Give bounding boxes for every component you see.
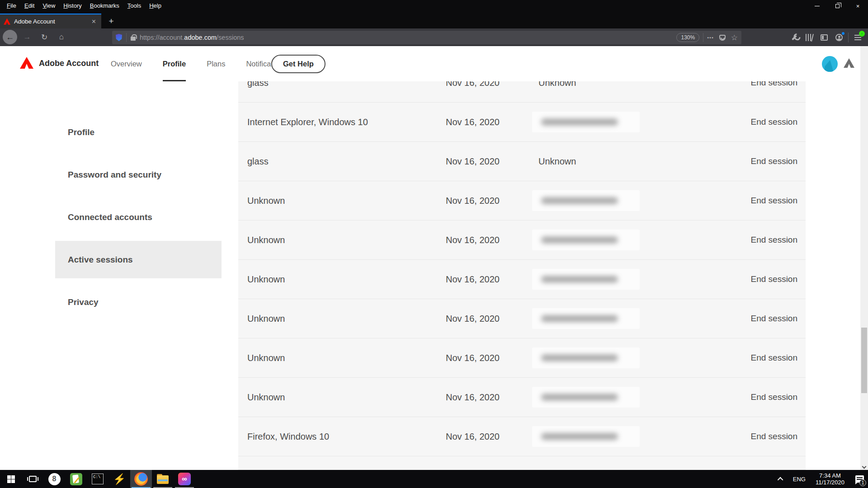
session-row: glass Nov 16, 2020 Unknown End session	[238, 142, 806, 181]
https-lock-icon[interactable]	[131, 37, 136, 41]
sidebar-item[interactable]: Privacy	[55, 283, 222, 321]
file-explorer-button[interactable]	[152, 470, 174, 488]
pocket-icon[interactable]	[719, 35, 726, 41]
tab-adobe-account[interactable]: Adobe Account ×	[0, 14, 101, 28]
library-button[interactable]	[802, 31, 816, 44]
url-prefix: https://account.	[140, 34, 184, 41]
restore-icon	[835, 4, 840, 8]
new-tab-button[interactable]: +	[105, 15, 118, 27]
scrollbar-down-arrow-icon[interactable]	[862, 465, 867, 469]
start-button[interactable]	[0, 470, 22, 488]
end-session-link[interactable]: End session	[750, 156, 797, 166]
user-avatar[interactable]	[822, 56, 838, 72]
winamp-button[interactable]: ⚡	[108, 470, 130, 488]
sidebar-item[interactable]: Password and security	[55, 156, 222, 193]
menu-item[interactable]: History	[59, 0, 85, 12]
tab-close-icon[interactable]: ×	[90, 18, 98, 26]
app-menu-button[interactable]: ↑	[850, 31, 865, 44]
session-device: Unknown	[247, 314, 285, 324]
end-session-link[interactable]: End session	[750, 274, 797, 284]
menu-item[interactable]: Help	[145, 0, 165, 12]
end-session-link[interactable]: End session	[750, 314, 797, 324]
tracking-protection-shield-icon[interactable]	[116, 34, 122, 41]
page-scrollbar[interactable]	[860, 46, 868, 470]
winamp-lightning-icon: ⚡	[113, 474, 126, 484]
menu-item[interactable]: Edit	[20, 0, 38, 12]
adobe-logo-icon[interactable]	[20, 57, 33, 69]
url-text[interactable]: https://account.adobe.com/sessions	[140, 34, 676, 41]
menu-item[interactable]: Bookmarks	[86, 0, 123, 12]
session-date: Nov 16, 2020	[446, 432, 500, 442]
session-row: Unknown Nov 16, 2020 End session	[238, 260, 806, 299]
menu-list: FileEditViewHistoryBookmarksToolsHelp	[3, 0, 165, 12]
command-prompt-icon: C:\	[92, 474, 104, 484]
page-actions-icon[interactable]: •••	[707, 35, 714, 40]
forward-button[interactable]: →	[20, 30, 34, 44]
end-session-link[interactable]: End session	[750, 196, 797, 206]
minimize-button[interactable]	[807, 0, 827, 12]
firefox-account-button[interactable]	[831, 31, 846, 44]
end-session-link[interactable]: End session	[750, 392, 797, 402]
get-help-button[interactable]: Get Help	[271, 55, 326, 73]
app-eight-button[interactable]: 8	[43, 470, 65, 488]
session-device: Internet Explorer, Windows 10	[247, 117, 368, 127]
session-date: Nov 16, 2020	[446, 353, 500, 363]
partial-session-row	[238, 456, 806, 470]
page-content: ProfilePassword and securityConnected ac…	[0, 81, 868, 470]
notepad-plus-plus-icon	[70, 473, 82, 485]
adobe-nav-item[interactable]: Plans	[196, 46, 236, 81]
notification-count-badge: 1	[859, 479, 866, 486]
menu-item[interactable]: View	[38, 0, 59, 12]
end-session-link[interactable]: End session	[750, 432, 797, 441]
hidden-icons-chevron-icon[interactable]	[777, 477, 783, 483]
session-date: Nov 16, 2020	[446, 81, 500, 88]
screen: FileEditViewHistoryBookmarksToolsHelp × …	[0, 0, 868, 488]
menu-item[interactable]: Tools	[123, 0, 145, 12]
minimize-icon	[815, 6, 820, 6]
sidebars-button[interactable]	[816, 31, 831, 44]
session-device: Unknown	[247, 274, 285, 285]
creative-cloud-button[interactable]: ∞	[174, 470, 195, 488]
end-session-link[interactable]: End session	[750, 353, 797, 363]
close-button[interactable]: ×	[848, 0, 868, 12]
session-row: Unknown Nov 16, 2020 End session	[238, 299, 806, 338]
action-center-button[interactable]: 1	[852, 470, 867, 488]
bookmark-star-icon[interactable]: ☆	[731, 33, 738, 42]
task-view-button[interactable]	[22, 470, 43, 488]
session-date: Nov 16, 2020	[446, 314, 500, 324]
home-button[interactable]: ⌂	[54, 30, 69, 44]
brand-title: Adobe Account	[39, 59, 99, 68]
command-prompt-button[interactable]: C:\	[87, 470, 108, 488]
firefox-taskbar-button[interactable]	[130, 470, 152, 488]
reload-button[interactable]: ↻	[37, 30, 52, 44]
scrollbar-thumb[interactable]	[861, 328, 867, 393]
adobe-favicon-icon	[4, 19, 10, 25]
session-date: Nov 16, 2020	[446, 392, 500, 403]
taskbar-clock[interactable]: 7:34 AM 11/17/2020	[816, 472, 844, 486]
end-session-link[interactable]: End session	[750, 235, 797, 245]
sidebar-item[interactable]: Profile	[55, 113, 222, 151]
folder-accent	[158, 479, 168, 481]
adobe-grey-mark-icon	[844, 58, 854, 68]
restore-button[interactable]	[827, 0, 848, 12]
zoom-level-badge[interactable]: 130%	[676, 33, 699, 42]
adobe-nav-item[interactable]: Profile	[152, 46, 196, 81]
menu-item[interactable]: File	[3, 0, 20, 12]
clock-date: 11/17/2020	[816, 479, 844, 486]
wrench-button[interactable]	[787, 31, 802, 44]
adobe-nav-item[interactable]: Overview	[100, 46, 152, 81]
sidebar-item[interactable]: Connected accounts	[55, 198, 222, 236]
settings-sidebar: ProfilePassword and securityConnected ac…	[55, 113, 222, 326]
language-indicator[interactable]: ENG	[793, 476, 806, 483]
url-bar[interactable]: https://account.adobe.com/sessions 130% …	[112, 31, 741, 44]
notepad-plus-plus-button[interactable]	[65, 470, 87, 488]
end-session-link[interactable]: End session	[750, 117, 797, 127]
windows-taskbar: 8 C:\ ⚡ ∞ ENG 7:34 AM 11/17/2020 1	[0, 470, 868, 488]
end-session-link[interactable]: End session	[750, 81, 797, 88]
file-explorer-icon	[157, 475, 169, 484]
back-button[interactable]: ←	[3, 30, 17, 44]
sidebar-item[interactable]: Active sessions	[55, 241, 222, 278]
library-icon	[806, 34, 813, 41]
navigation-toolbar: ← → ↻ ⌂ https://account.adobe.com/sessio…	[0, 28, 868, 46]
url-domain: adobe.com	[184, 34, 217, 41]
